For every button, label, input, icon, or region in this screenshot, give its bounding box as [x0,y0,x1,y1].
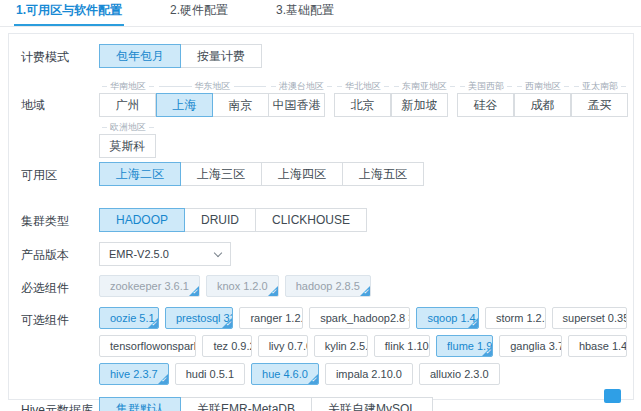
component-storm[interactable]: storm 1.2.3 [485,307,546,329]
region-city-nanjing[interactable]: 南京 [212,93,269,117]
component-tensorflowonspark[interactable]: tensorflowonspark 1.4.4 [99,335,196,357]
zone-option-shanghai-3[interactable]: 上海三区 [180,162,262,186]
component-hadoop: hadoop 2.8.5 [285,275,371,297]
component-knox: knox 1.2.0 [206,275,279,297]
region-label: 地域 [21,80,99,117]
region-city-moscow[interactable]: 莫斯科 [99,134,156,158]
region-group-us-west: 美国西部 硅谷 [457,80,515,117]
cluster-type-hadoop[interactable]: HADOOP [99,208,185,232]
region-city-guangzhou[interactable]: 广州 [99,93,156,117]
hive-metadb-options: 集群默认 关联EMR-MetaDB 关联自建MySQL [99,397,633,411]
component-livy[interactable]: livy 0.7.0 [258,335,308,357]
component-hue[interactable]: hue 4.6.0 [251,363,319,385]
cluster-type-options: HADOOP DRUID CLICKHOUSE [99,208,633,232]
product-version-label: 产品版本 [21,242,99,266]
region-city-singapore[interactable]: 新加坡 [391,93,448,117]
billing-mode-row: 计费模式 包年包月 按量计费 [21,44,633,68]
cluster-type-clickhouse[interactable]: CLICKHOUSE [255,208,367,232]
region-city-mumbai[interactable]: 孟买 [571,93,628,117]
tab-basic-config[interactable]: 3.基础配置 [274,0,336,26]
check-corner-icon [481,345,493,357]
check-corner-icon [147,317,159,329]
component-zookeeper: zookeeper 3.6.1 [99,275,200,297]
emr-create-cluster-page: 1.可用区与软件配置 2.硬件配置 3.基础配置 计费模式 包年包月 按量计费 … [0,0,641,411]
region-group-label: 西南地区 [525,80,561,93]
component-prestosql[interactable]: prestosql 332 [165,307,234,329]
region-group-label: 东南亚地区 [402,80,447,93]
zone-row: 可用区 上海二区 上海三区 上海四区 上海五区 [21,162,633,186]
region-group-label: 港澳台地区 [279,80,324,93]
region-group-hk-macau-tw: 港澳台地区 中国香港 [268,80,335,117]
region-city-hongkong[interactable]: 中国香港 [268,93,325,117]
zone-options: 上海二区 上海三区 上海四区 上海五区 [99,162,633,186]
billing-mode-options: 包年包月 按量计费 [99,44,633,68]
cluster-type-druid[interactable]: DRUID [184,208,256,232]
region-city-beijing[interactable]: 北京 [334,93,391,117]
hive-metadb-label: Hive元数据库 [21,397,99,411]
zone-option-shanghai-4[interactable]: 上海四区 [261,162,343,186]
tab-hardware-config[interactable]: 2.硬件配置 [168,0,230,26]
hive-metadb-self-mysql[interactable]: 关联自建MySQL [311,397,433,411]
region-group-south-china: 华南地区 广州 [99,80,157,117]
product-version-row: 产品版本 EMR-V2.5.0 [21,242,633,266]
hive-metadb-row: Hive元数据库 集群默认 关联EMR-MetaDB 关联自建MySQL [21,397,633,411]
chevron-down-icon [214,248,222,256]
billing-mode-label: 计费模式 [21,44,99,68]
component-flink[interactable]: flink 1.10.0 [374,335,430,357]
region-group-label: 华北地区 [345,80,381,93]
blue-badge-icon[interactable] [604,389,621,403]
component-oozie[interactable]: oozie 5.1.0 [99,307,159,329]
billing-option-paygo[interactable]: 按量计费 [180,44,262,68]
check-corner-icon [267,285,279,297]
region-group-label: 亚太南部 [582,80,618,93]
component-flume[interactable]: flume 1.9.0 [436,335,493,357]
config-panel: 计费模式 包年包月 按量计费 地域 华南地区 广州 [8,33,634,400]
component-hive[interactable]: hive 2.3.7 [99,363,169,385]
region-group-label: 美国西部 [468,80,504,93]
product-version-select[interactable]: EMR-V2.5.0 [99,242,231,266]
component-ranger[interactable]: ranger 1.2.0 [239,307,303,329]
component-ganglia[interactable]: ganglia 3.7.2 [499,335,562,357]
region-group-southwest-china: 西南地区 成都 [514,80,572,117]
hive-metadb-cluster-default[interactable]: 集群默认 [99,397,181,411]
region-group-southeast-asia: 东南亚地区 新加坡 [391,80,458,117]
wizard-step-tabs: 1.可用区与软件配置 2.硬件配置 3.基础配置 [0,0,641,27]
component-tez[interactable]: tez 0.9.2 [202,335,251,357]
check-corner-icon [359,285,371,297]
region-group-east-china: 华东地区 上海 南京 [156,80,269,117]
region-group-label: 华东地区 [195,80,231,93]
required-components-label: 必选组件 [21,275,99,297]
region-row: 地域 华南地区 广州 华东地区 上海 南京 [21,80,633,117]
region-groups: 华南地区 广州 华东地区 上海 南京 港澳台地区 [99,80,633,117]
product-version-value: EMR-V2.5.0 [109,248,169,260]
check-corner-icon [188,285,200,297]
region-group-south-asia: 亚太南部 孟买 [571,80,629,117]
component-hudi[interactable]: hudi 0.5.1 [175,363,245,385]
region-group-north-china: 华北地区 北京 [334,80,392,117]
billing-option-monthly[interactable]: 包年包月 [99,44,181,68]
region-row-europe: 欧洲地区 莫斯科 [21,121,633,158]
region-city-chengdu[interactable]: 成都 [514,93,571,117]
region-group-europe: 欧洲地区 莫斯科 [99,121,157,158]
required-components-row: 必选组件 zookeeper 3.6.1 knox 1.2.0 hadoop 2… [21,275,633,297]
cluster-type-row: 集群类型 HADOOP DRUID CLICKHOUSE [21,208,633,232]
tab-zone-and-software[interactable]: 1.可用区与软件配置 [14,0,124,26]
component-superset[interactable]: superset 0.35.2 [552,307,627,329]
component-spark[interactable]: spark_hadoop2.8 3.0.0 [309,307,410,329]
hive-metadb-emr-metadb[interactable]: 关联EMR-MetaDB [180,397,312,411]
zone-option-shanghai-5[interactable]: 上海五区 [342,162,424,186]
region-city-siliconvalley[interactable]: 硅谷 [457,93,514,117]
check-corner-icon [307,373,319,385]
component-alluxio[interactable]: alluxio 2.3.0 [419,363,500,385]
zone-label: 可用区 [21,162,99,186]
check-corner-icon [467,317,479,329]
component-impala[interactable]: impala 2.10.0 [325,363,413,385]
check-corner-icon [221,317,233,329]
check-corner-icon [157,373,169,385]
component-hbase[interactable]: hbase 1.4.9 [568,335,627,357]
region-group-label: 华南地区 [110,80,146,93]
zone-option-shanghai-2[interactable]: 上海二区 [99,162,181,186]
region-city-shanghai[interactable]: 上海 [156,93,213,117]
component-kylin[interactable]: kylin 2.5.2 [314,335,368,357]
component-sqoop[interactable]: sqoop 1.4.7 [416,307,478,329]
